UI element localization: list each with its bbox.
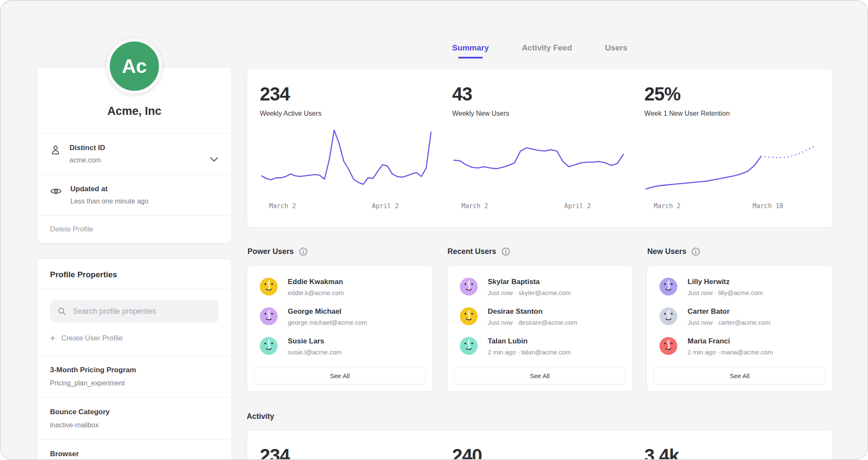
face-icon <box>460 278 478 296</box>
stat-label: Weekly New Users <box>452 110 628 117</box>
property-row[interactable]: 3-Month Pricing Program Pricing_plan_exp… <box>37 355 231 397</box>
user-row[interactable]: Eddie Kwakman eddie.k@acme.com <box>254 278 426 296</box>
summary-card: 234 Weekly Active Users March 2 April 2 … <box>247 69 833 228</box>
search-icon <box>58 307 66 316</box>
user-avatar <box>659 337 677 355</box>
activity-stat-value: 234 <box>260 445 435 460</box>
updated-at-row: Updated at Less than one minute ago <box>37 174 231 215</box>
plus-icon: + <box>50 335 56 342</box>
x-axis-tick: March 10 <box>753 202 783 210</box>
user-subtitle: 2 min ago · maria@acme.com <box>687 348 773 356</box>
tab-summary[interactable]: Summary <box>452 43 489 59</box>
main-content: Summary Activity Feed Users 234 Weekly A… <box>247 43 833 460</box>
stat-week1-retention: 25% Week 1 New User Retention March 2 Ma… <box>644 84 820 217</box>
active-tab-underline <box>458 57 483 59</box>
user-name: George Michael <box>288 307 367 316</box>
user-avatar <box>460 337 478 355</box>
info-icon[interactable] <box>691 247 700 256</box>
user-row[interactable]: Maria Franci 2 min ago · maria@acme.com <box>654 337 826 356</box>
see-all-button[interactable]: See All <box>654 367 826 385</box>
face-icon <box>460 307 478 325</box>
x-axis-tick: March 2 <box>269 202 296 210</box>
power-users-card: Eddie Kwakman eddie.k@acme.com <box>247 265 433 392</box>
activity-title: Activity <box>247 412 833 421</box>
user-avatar <box>260 337 278 355</box>
user-row[interactable]: Susie Lars susie.l@acme.com <box>254 337 426 356</box>
user-row[interactable]: George Michael george.michael@acme.com <box>254 307 426 326</box>
field-value: acme.com <box>70 156 105 164</box>
user-row[interactable]: Skylar Baptista Just now · skyler@acme.c… <box>454 278 626 296</box>
create-user-profile-button[interactable]: + Create User Profile <box>50 334 219 343</box>
tab-activity-feed[interactable]: Activity Feed <box>522 43 572 59</box>
user-name: Talan Lubin <box>488 337 571 346</box>
profile-properties-card: Profile Properties + Create User Profile… <box>37 259 232 460</box>
create-user-profile-label: Create User Profile <box>61 334 123 343</box>
property-row[interactable]: Bounce Category inactive-mailbox <box>37 397 231 439</box>
stat-value: 234 <box>260 84 435 105</box>
activity-card: 234 240 3.4k <box>247 430 833 460</box>
org-avatar-wrap: Ac <box>37 38 232 94</box>
user-lists-row: Power Users <box>247 247 833 392</box>
stat-label: Weekly Active Users <box>260 110 435 117</box>
user-avatar <box>260 278 278 296</box>
user-row[interactable]: Talan Lubin 2 min ago · talan@acme.com <box>454 337 626 356</box>
field-value: Less than one minute ago <box>70 198 148 205</box>
user-avatar <box>260 307 278 325</box>
user-subtitle: Just now · carter@acme.com <box>687 319 770 326</box>
stat-value: 25% <box>644 84 820 105</box>
list-title: Power Users <box>248 247 294 256</box>
user-subtitle: susie.l@acme.com <box>288 348 342 356</box>
face-icon <box>260 337 278 355</box>
see-all-button[interactable]: See All <box>254 367 426 385</box>
user-name: Lilly Herwitz <box>687 278 763 286</box>
stat-value: 43 <box>452 84 628 105</box>
chevron-down-icon[interactable] <box>209 156 219 162</box>
profile-page: Ac Acme, Inc Distinct ID acme.com <box>0 0 868 460</box>
field-label: Distinct ID <box>70 144 105 152</box>
org-avatar: Ac <box>106 38 162 94</box>
property-value: inactive-mailbox <box>50 421 219 429</box>
user-row[interactable]: Desirae Stanton Just now · desirare@acme… <box>454 307 626 326</box>
user-name: Skylar Baptista <box>488 278 571 286</box>
eye-icon <box>50 186 62 197</box>
sidebar: Ac Acme, Inc Distinct ID acme.com <box>37 38 232 460</box>
list-title: New Users <box>647 247 686 256</box>
info-icon[interactable] <box>501 247 510 256</box>
face-icon <box>659 278 677 296</box>
x-axis-tick: March 2 <box>654 202 680 210</box>
delete-profile-button[interactable]: Delete Profile <box>37 215 231 243</box>
field-label: Updated at <box>70 185 148 193</box>
stat-weekly-new-users: 43 Weekly New Users March 2 April 2 <box>452 84 628 217</box>
distinct-id-row[interactable]: Distinct ID acme.com <box>37 133 231 174</box>
property-name: Bounce Category <box>50 408 219 416</box>
activity-stat-value: 240 <box>452 445 628 460</box>
tab-users[interactable]: Users <box>605 43 628 59</box>
user-subtitle: george.michael@acme.com <box>288 319 367 326</box>
user-subtitle: 2 min ago · talan@acme.com <box>488 348 571 356</box>
x-axis-tick: April 2 <box>372 202 398 210</box>
person-icon <box>50 145 61 156</box>
stat-label: Week 1 New User Retention <box>644 110 820 117</box>
org-avatar-initials: Ac <box>122 55 147 78</box>
activity-stat-value: 3.4k <box>644 445 820 460</box>
user-avatar <box>460 278 478 296</box>
property-name: 3-Month Pricing Program <box>50 366 219 374</box>
property-row[interactable]: Browser Chrome <box>37 439 231 460</box>
user-row[interactable]: Carter Bator Just now · carter@acme.com <box>654 307 826 326</box>
info-icon[interactable] <box>299 247 308 256</box>
search-input[interactable] <box>72 307 211 316</box>
list-title: Recent Users <box>448 247 496 256</box>
user-name: Desirae Stanton <box>488 307 577 316</box>
see-all-button[interactable]: See All <box>454 367 626 385</box>
property-name: Browser <box>50 450 219 458</box>
search-input-wrap[interactable] <box>50 300 219 322</box>
user-subtitle: eddie.k@acme.com <box>288 289 344 296</box>
user-name: Maria Franci <box>687 337 773 346</box>
user-avatar <box>659 278 677 296</box>
user-row[interactable]: Lilly Herwitz Just now · lilly@acme.com <box>654 278 826 296</box>
face-icon <box>260 307 278 325</box>
x-axis-tick: April 2 <box>564 202 591 210</box>
user-avatar <box>460 307 478 325</box>
profile-properties-title: Profile Properties <box>37 259 231 289</box>
user-name: Carter Bator <box>687 307 770 316</box>
